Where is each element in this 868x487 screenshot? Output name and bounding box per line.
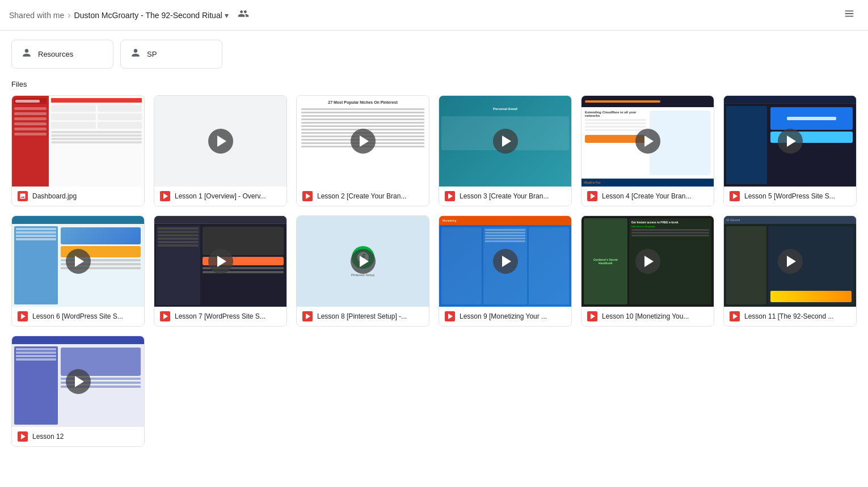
file-item-3[interactable]: Personal Email Lesson 3 [Create Your Bra…	[439, 95, 572, 206]
folder-sp[interactable]: SP	[120, 40, 222, 69]
file-info-1: Lesson 1 [Overview] - Overv...	[154, 187, 286, 206]
breadcrumb-current: Duston McGroarty - The 92-Second Ritual …	[74, 11, 229, 20]
file-name: Lesson 8 [Pinterest Setup] -...	[317, 312, 423, 320]
file-name: Lesson 2 [Create Your Bran...	[317, 192, 423, 200]
file-thumbnail-5	[724, 96, 856, 187]
file-item-0[interactable]: Dashboard.jpg	[11, 95, 145, 206]
folders-row: Resources SP	[11, 40, 857, 69]
file-thumbnail-9: Monetizing	[439, 216, 571, 307]
file-item-4[interactable]: Extending Cloudflare to all your network…	[581, 95, 714, 206]
play-button[interactable]	[66, 369, 91, 394]
play-button[interactable]	[635, 129, 660, 154]
file-info-11: Lesson 11 [The 92-Second ...	[724, 307, 856, 326]
folder-sp-label: SP	[147, 50, 157, 58]
file-name: Lesson 5 [WordPress Site S...	[744, 192, 850, 200]
breadcrumb-parent[interactable]: Shared with me	[9, 11, 64, 20]
file-thumbnail-11: 92-Second	[724, 216, 856, 307]
folder-resources[interactable]: Resources	[11, 40, 113, 69]
video-file-icon	[445, 191, 455, 201]
file-info-7: Lesson 7 [WordPress Site S...	[154, 307, 286, 326]
file-name: Lesson 4 [Create Your Bran...	[602, 192, 708, 200]
file-thumbnail-4: Extending Cloudflare to all your network…	[582, 96, 714, 187]
play-button[interactable]	[778, 249, 803, 274]
file-item-9[interactable]: Monetizing Lesson 9 [Monetizing Your ...	[439, 215, 572, 327]
file-thumbnail-3: Personal Email	[439, 96, 571, 187]
file-name: Lesson 9 [Monetizing Your ...	[460, 312, 566, 320]
video-file-icon	[160, 191, 170, 201]
file-name: Lesson 12	[32, 433, 138, 441]
file-info-8: Lesson 8 [Pinterest Setup] -...	[297, 307, 429, 326]
file-thumbnail-2: 27 Most Popular Niches On Pinterest	[297, 96, 429, 187]
video-file-icon	[302, 191, 313, 201]
breadcrumb-separator: ›	[68, 10, 70, 20]
play-button[interactable]	[351, 129, 376, 154]
menu-icon[interactable]	[840, 6, 859, 26]
video-file-icon	[302, 311, 313, 321]
file-name: Lesson 11 [The 92-Second ...	[744, 312, 850, 320]
video-file-icon	[730, 311, 740, 321]
share-people-icon[interactable]	[235, 6, 251, 24]
play-button[interactable]	[778, 129, 803, 154]
file-info-5: Lesson 5 [WordPress Site S...	[724, 187, 856, 206]
file-item-1[interactable]: Lesson 1 [Overview] - Overv...	[154, 95, 287, 206]
file-name: Lesson 1 [Overview] - Overv...	[175, 192, 281, 200]
play-button[interactable]	[66, 249, 91, 274]
video-file-icon	[587, 191, 597, 201]
file-item-5[interactable]: Lesson 5 [WordPress Site S...	[723, 95, 857, 206]
file-info-4: Lesson 4 [Create Your Bran...	[582, 187, 714, 206]
play-button[interactable]	[208, 249, 233, 274]
file-info-3: Lesson 3 [Create Your Bran...	[439, 187, 571, 206]
play-button[interactable]	[208, 129, 233, 154]
file-info-2: Lesson 2 [Create Your Bran...	[297, 187, 429, 206]
file-thumbnail-10: Gardener's Secret Handbook Get Instant a…	[582, 216, 714, 307]
video-file-icon	[587, 311, 597, 321]
play-button[interactable]	[635, 249, 660, 274]
file-item-8[interactable]: Pinterest Setup Lesson 8 [Pinterest Setu…	[296, 215, 429, 327]
header-right	[840, 7, 859, 23]
video-file-icon	[730, 191, 740, 201]
play-button[interactable]	[493, 249, 518, 274]
play-button[interactable]	[493, 129, 518, 154]
chevron-down-icon[interactable]: ▾	[225, 11, 229, 20]
main-content: Resources SP Files	[0, 31, 868, 456]
file-info-12: Lesson 12	[12, 427, 144, 446]
video-file-icon	[18, 431, 28, 442]
file-item-12[interactable]: Lesson 12	[11, 336, 145, 447]
file-item-2[interactable]: 27 Most Popular Niches On Pinterest Less…	[296, 95, 429, 206]
file-thumbnail-0	[12, 96, 144, 187]
video-file-icon	[445, 311, 455, 321]
file-thumbnail-6	[12, 216, 144, 307]
file-thumbnail-7	[154, 216, 286, 307]
file-info-9: Lesson 9 [Monetizing Your ...	[439, 307, 571, 326]
file-item-11[interactable]: 92-Second Lesson 11 [The 92-Second ...	[723, 215, 857, 327]
file-item-6[interactable]: Lesson 6 [WordPress Site S...	[11, 215, 145, 327]
file-thumbnail-8: Pinterest Setup	[297, 216, 429, 307]
file-name: Lesson 7 [WordPress Site S...	[175, 312, 281, 320]
files-grid: Dashboard.jpgLesson 1 [Overview] - Overv…	[11, 95, 857, 447]
file-thumbnail-1	[154, 96, 286, 187]
file-info-6: Lesson 6 [WordPress Site S...	[12, 307, 144, 326]
file-name: Lesson 10 [Monetizing You...	[602, 312, 708, 320]
image-file-icon	[18, 191, 28, 201]
file-info-10: Lesson 10 [Monetizing You...	[582, 307, 714, 326]
person-folder-icon	[21, 47, 32, 61]
header: Shared with me › Duston McGroarty - The …	[0, 0, 868, 31]
file-name: Lesson 3 [Create Your Bran...	[460, 192, 566, 200]
person-folder-icon-2	[130, 47, 141, 61]
file-item-7[interactable]: Lesson 7 [WordPress Site S...	[154, 215, 287, 327]
video-file-icon	[160, 311, 170, 321]
breadcrumb-current-label: Duston McGroarty - The 92-Second Ritual	[74, 11, 222, 20]
file-item-10[interactable]: Gardener's Secret Handbook Get Instant a…	[581, 215, 714, 327]
file-name: Lesson 6 [WordPress Site S...	[32, 312, 138, 320]
file-info-0: Dashboard.jpg	[12, 187, 144, 206]
files-section-label: Files	[11, 80, 857, 88]
folder-resources-label: Resources	[38, 50, 73, 58]
file-name: Dashboard.jpg	[32, 192, 138, 200]
file-thumbnail-12	[12, 336, 144, 427]
video-file-icon	[18, 311, 28, 321]
play-button[interactable]	[351, 249, 376, 274]
